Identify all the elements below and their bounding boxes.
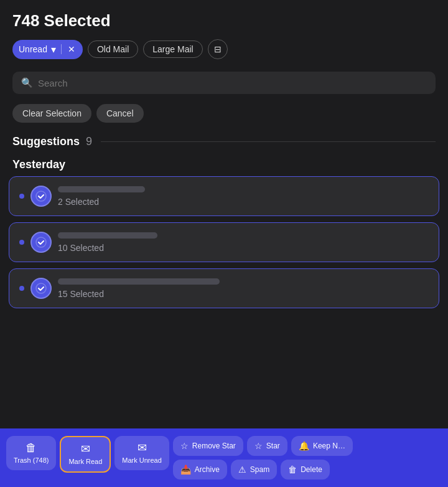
delete-label: Delete bbox=[301, 465, 322, 474]
selected-count-label: 748 Selected bbox=[12, 11, 436, 31]
remove-star-button[interactable]: ☆ Remove Star bbox=[173, 436, 243, 456]
mail-content: 2 Selected bbox=[58, 186, 429, 207]
unread-dot bbox=[19, 194, 24, 199]
search-container: 🔍 bbox=[0, 67, 448, 99]
mail-line-preview bbox=[58, 186, 145, 192]
suggestions-label: Suggestions bbox=[12, 135, 80, 148]
old-mail-filter-chip[interactable]: Old Mail bbox=[88, 40, 138, 58]
search-input[interactable] bbox=[38, 78, 427, 88]
svg-point-0 bbox=[36, 191, 46, 201]
svg-point-2 bbox=[36, 283, 46, 293]
star-button[interactable]: ☆ Star bbox=[247, 436, 287, 456]
yesterday-label: Yesterday bbox=[12, 158, 65, 171]
mail-line-preview bbox=[58, 232, 157, 239]
toolbar-right-group: ☆ Remove Star ☆ Star 🔔 Keep N… 📥 bbox=[173, 436, 353, 480]
checkmark-icon bbox=[35, 191, 47, 202]
header: 748 Selected Unread ▾ ✕ Old Mail Large M… bbox=[0, 0, 448, 67]
mail-item[interactable]: 15 Selected bbox=[9, 268, 439, 308]
archive-icon: 📥 bbox=[180, 465, 191, 475]
mail-selected-label: 15 Selected bbox=[58, 289, 429, 299]
mark-unread-icon: ✉ bbox=[138, 442, 147, 453]
bottom-toolbar-wrapper: 🗑 Trash (748) ✉ Mark Read ✉ Mark Unread … bbox=[0, 428, 448, 487]
star-label: Star bbox=[266, 442, 280, 450]
spam-label: Spam bbox=[250, 465, 269, 474]
toolbar-row-top: ☆ Remove Star ☆ Star 🔔 Keep N… bbox=[173, 436, 353, 456]
mail-content: 10 Selected bbox=[58, 232, 429, 253]
check-circle bbox=[30, 232, 52, 253]
spam-icon: ⚠ bbox=[238, 465, 246, 475]
mail-selected-label: 2 Selected bbox=[58, 197, 429, 207]
unread-chevron-icon: ▾ bbox=[51, 44, 56, 55]
cancel-button[interactable]: Cancel bbox=[96, 104, 144, 123]
chip-separator bbox=[61, 44, 62, 54]
mark-read-button[interactable]: ✉ Mark Read bbox=[60, 436, 111, 473]
suggestions-count: 9 bbox=[86, 135, 92, 148]
mark-unread-label: Mark Unread bbox=[122, 456, 162, 464]
archive-button[interactable]: 📥 Archive bbox=[173, 460, 227, 480]
remove-star-label: Remove Star bbox=[192, 442, 236, 450]
svg-point-1 bbox=[36, 237, 46, 247]
yesterday-section-header: Yesterday bbox=[0, 152, 448, 176]
spam-button[interactable]: ⚠ Spam bbox=[231, 460, 277, 480]
mail-item[interactable]: 2 Selected bbox=[9, 176, 439, 216]
unread-dot bbox=[19, 286, 24, 291]
clear-selection-button[interactable]: Clear Selection bbox=[12, 104, 91, 123]
suggestions-divider bbox=[101, 141, 436, 142]
mail-content: 15 Selected bbox=[58, 278, 429, 299]
checkmark-icon bbox=[35, 283, 47, 294]
checkmark-icon bbox=[35, 237, 47, 248]
mark-read-label: Mark Read bbox=[68, 458, 102, 465]
search-bar: 🔍 bbox=[12, 72, 436, 94]
unread-chip-label: Unread bbox=[19, 44, 47, 54]
suggestions-section-header: Suggestions 9 bbox=[0, 130, 448, 152]
check-circle bbox=[30, 278, 52, 299]
remove-star-icon: ☆ bbox=[180, 441, 189, 451]
action-row: Clear Selection Cancel bbox=[0, 99, 448, 130]
large-mail-filter-chip[interactable]: Large Mail bbox=[143, 40, 202, 58]
archive-label: Archive bbox=[195, 465, 220, 474]
search-icon: 🔍 bbox=[21, 77, 33, 88]
mark-unread-button[interactable]: ✉ Mark Unread bbox=[114, 436, 169, 470]
mail-line-preview bbox=[58, 278, 220, 285]
filter-options-button[interactable]: ⊟ bbox=[208, 39, 228, 59]
trash-icon: 🗑 bbox=[26, 442, 37, 453]
mail-selected-label: 10 Selected bbox=[58, 243, 429, 253]
delete-button[interactable]: 🗑 Delete bbox=[281, 460, 330, 480]
trash-button[interactable]: 🗑 Trash (748) bbox=[6, 436, 56, 470]
keep-notify-label: Keep N… bbox=[313, 442, 345, 450]
keep-notify-icon: 🔔 bbox=[299, 441, 309, 451]
mail-item[interactable]: 10 Selected bbox=[9, 222, 439, 262]
mark-read-icon: ✉ bbox=[81, 443, 90, 455]
filter-icon: ⊟ bbox=[214, 44, 222, 54]
check-circle bbox=[30, 186, 52, 207]
main-container: 748 Selected Unread ▾ ✕ Old Mail Large M… bbox=[0, 0, 448, 487]
unread-filter-chip[interactable]: Unread ▾ ✕ bbox=[12, 40, 83, 59]
star-icon: ☆ bbox=[254, 441, 263, 451]
keep-notify-button[interactable]: 🔔 Keep N… bbox=[291, 436, 353, 456]
toolbar-row-bottom: 📥 Archive ⚠ Spam 🗑 Delete bbox=[173, 460, 353, 480]
bottom-toolbar: 🗑 Trash (748) ✉ Mark Read ✉ Mark Unread … bbox=[0, 428, 448, 487]
filter-row: Unread ▾ ✕ Old Mail Large Mail ⊟ bbox=[12, 39, 436, 59]
unread-chip-close-button[interactable]: ✕ bbox=[67, 44, 77, 54]
unread-dot bbox=[19, 240, 24, 245]
delete-icon: 🗑 bbox=[288, 465, 297, 475]
trash-label: Trash (748) bbox=[14, 456, 49, 464]
